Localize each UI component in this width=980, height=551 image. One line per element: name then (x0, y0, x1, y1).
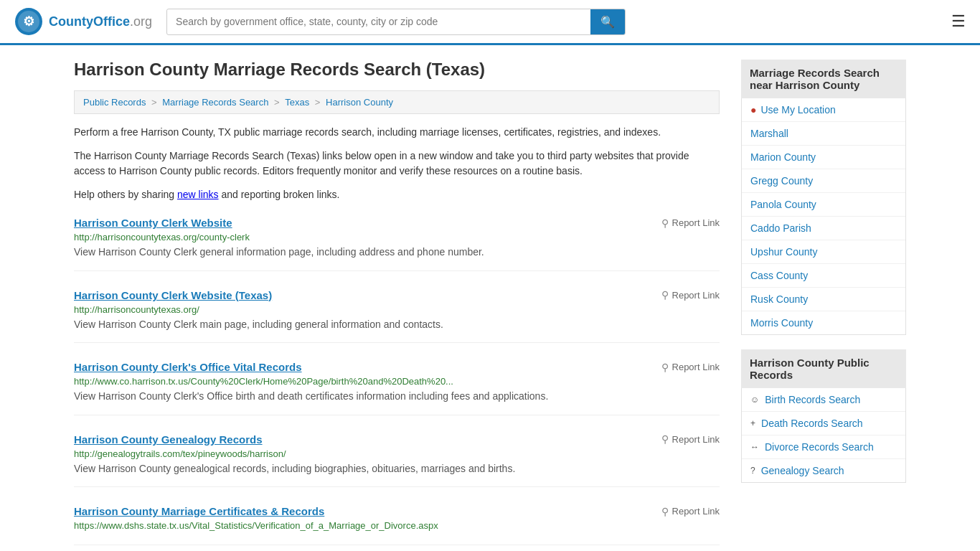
public-records-item-3[interactable]: ? Genealogy Search (742, 459, 905, 482)
breadcrumb-sep-3: > (315, 97, 323, 108)
record-desc-0: View Harrison County Clerk general infor… (74, 245, 720, 260)
record-url-4[interactable]: https://www.dshs.state.tx.us/Vital_Stati… (74, 520, 720, 531)
nearby-section-header: Marriage Records Search near Harrison Co… (741, 60, 906, 98)
record-item: Harrison County Clerk Website ⚲ Report L… (74, 217, 720, 271)
public-records-items: ☺ Birth Records Search + Death Records S… (742, 388, 905, 482)
record-url-1[interactable]: http://harrisoncountytexas.org/ (74, 304, 720, 315)
report-link-btn-3[interactable]: ⚲ Report Link (661, 433, 720, 445)
nearby-item-2[interactable]: Gregg County (742, 169, 905, 193)
pin-icon: ● (750, 104, 756, 116)
nearby-link-3[interactable]: Panola County (750, 199, 816, 210)
public-records-section: Harrison County Public Records ☺ Birth R… (741, 349, 906, 483)
page-title: Harrison County Marriage Records Search … (74, 60, 720, 80)
public-records-link-0[interactable]: Birth Records Search (765, 394, 860, 405)
nearby-item-6[interactable]: Cass County (742, 264, 905, 288)
search-button[interactable]: 🔍 (590, 9, 625, 34)
public-records-item-1[interactable]: + Death Records Search (742, 412, 905, 435)
public-records-icon-3: ? (750, 466, 755, 476)
logo-icon: ⚙ (14, 7, 43, 36)
public-records-item-0[interactable]: ☺ Birth Records Search (742, 388, 905, 412)
record-url-3[interactable]: http://genealogytrails.com/tex/pineywood… (74, 448, 720, 459)
main-container: Harrison County Marriage Records Search … (60, 45, 920, 551)
breadcrumb-texas[interactable]: Texas (285, 97, 309, 108)
nearby-item-5[interactable]: Upshur County (742, 240, 905, 264)
hamburger-icon: ☰ (951, 12, 966, 30)
record-desc-2: View Harrison County Clerk's Office birt… (74, 390, 720, 404)
record-title-1[interactable]: Harrison County Clerk Website (Texas) (74, 289, 272, 301)
record-title-4[interactable]: Harrison County Marriage Certificates & … (74, 505, 324, 517)
nearby-item-1[interactable]: Marion County (742, 146, 905, 169)
nearby-item-3[interactable]: Panola County (742, 193, 905, 217)
nearby-item-7[interactable]: Rusk County (742, 288, 905, 311)
nearby-link-1[interactable]: Marion County (750, 151, 816, 163)
new-links-link[interactable]: new links (177, 189, 219, 200)
record-desc-1: View Harrison County Clerk main page, in… (74, 318, 720, 332)
nearby-items: MarshallMarion CountyGregg CountyPanola … (742, 122, 905, 334)
nearby-link-6[interactable]: Cass County (750, 270, 808, 281)
nearby-item-0[interactable]: Marshall (742, 122, 905, 146)
record-title-2[interactable]: Harrison County Clerk's Office Vital Rec… (74, 361, 302, 373)
header: ⚙ CountyOffice.org 🔍 ☰ (0, 0, 980, 45)
nearby-link-5[interactable]: Upshur County (750, 246, 817, 258)
public-records-header: Harrison County Public Records (741, 349, 906, 388)
nearby-section: Marriage Records Search near Harrison Co… (741, 60, 906, 335)
content-area: Harrison County Marriage Records Search … (74, 60, 720, 551)
record-title-3[interactable]: Harrison County Genealogy Records (74, 433, 263, 446)
record-item: Harrison County Clerk Website (Texas) ⚲ … (74, 289, 720, 344)
public-records-item-2[interactable]: ↔ Divorce Records Search (742, 435, 905, 459)
logo-area: ⚙ CountyOffice.org (14, 7, 152, 36)
breadcrumb-marriage-records[interactable]: Marriage Records Search (162, 97, 268, 108)
public-records-icon-0: ☺ (750, 395, 759, 405)
public-records-icon-2: ↔ (750, 442, 759, 452)
nearby-link-2[interactable]: Gregg County (750, 175, 813, 187)
report-link-btn-2[interactable]: ⚲ Report Link (661, 362, 720, 373)
description-2: The Harrison County Marriage Records Sea… (74, 149, 720, 179)
nearby-item-4[interactable]: Caddo Parish (742, 217, 905, 240)
public-records-content: ☺ Birth Records Search + Death Records S… (741, 388, 906, 483)
record-item: Harrison County Clerk's Office Vital Rec… (74, 361, 720, 415)
logo-text: CountyOffice.org (49, 14, 152, 29)
breadcrumb-sep-2: > (274, 97, 282, 108)
public-records-link-3[interactable]: Genealogy Search (761, 465, 844, 476)
use-location-item[interactable]: ● Use My Location (742, 98, 905, 122)
search-icon: 🔍 (600, 16, 615, 28)
public-records-link-1[interactable]: Death Records Search (761, 418, 863, 429)
record-url-2[interactable]: http://www.co.harrison.tx.us/County%20Cl… (74, 376, 720, 387)
breadcrumb-sep-1: > (151, 97, 159, 108)
nearby-section-content: ● Use My Location MarshallMarion CountyG… (741, 98, 906, 335)
report-icon-2: ⚲ (661, 362, 669, 373)
description-3: Help others by sharing new links and rep… (74, 187, 720, 202)
nearby-link-0[interactable]: Marshall (750, 128, 788, 139)
record-title-0[interactable]: Harrison County Clerk Website (74, 217, 232, 229)
report-icon-4: ⚲ (661, 506, 669, 517)
report-icon-0: ⚲ (661, 217, 669, 229)
record-url-0[interactable]: http://harrisoncountytexas.org/county-cl… (74, 232, 720, 242)
nearby-item-8[interactable]: Morris County (742, 311, 905, 334)
record-item: Harrison County Marriage Certificates & … (74, 505, 720, 545)
record-desc-3: View Harrison County genealogical record… (74, 462, 720, 476)
report-link-btn-1[interactable]: ⚲ Report Link (661, 289, 720, 301)
nearby-link-8[interactable]: Morris County (750, 317, 813, 329)
breadcrumb-harrison-county[interactable]: Harrison County (326, 97, 393, 108)
breadcrumb-public-records[interactable]: Public Records (83, 97, 146, 108)
report-link-btn-4[interactable]: ⚲ Report Link (661, 506, 720, 517)
sidebar: Marriage Records Search near Harrison Co… (741, 60, 906, 551)
use-location-link[interactable]: Use My Location (760, 104, 835, 116)
search-area: 🔍 (166, 9, 626, 35)
menu-button[interactable]: ☰ (951, 12, 966, 31)
public-records-icon-1: + (750, 418, 755, 428)
nearby-link-7[interactable]: Rusk County (750, 293, 808, 305)
svg-text:⚙: ⚙ (23, 14, 34, 29)
records-container: Harrison County Clerk Website ⚲ Report L… (74, 217, 720, 545)
description-1: Perform a free Harrison County, TX publi… (74, 125, 720, 140)
report-icon-1: ⚲ (661, 289, 669, 301)
nearby-link-4[interactable]: Caddo Parish (750, 222, 811, 234)
search-input[interactable] (167, 10, 590, 33)
report-icon-3: ⚲ (661, 433, 669, 445)
public-records-link-2[interactable]: Divorce Records Search (765, 441, 874, 453)
record-item: Harrison County Genealogy Records ⚲ Repo… (74, 433, 720, 488)
report-link-btn-0[interactable]: ⚲ Report Link (661, 217, 720, 229)
breadcrumb: Public Records > Marriage Records Search… (74, 90, 720, 114)
